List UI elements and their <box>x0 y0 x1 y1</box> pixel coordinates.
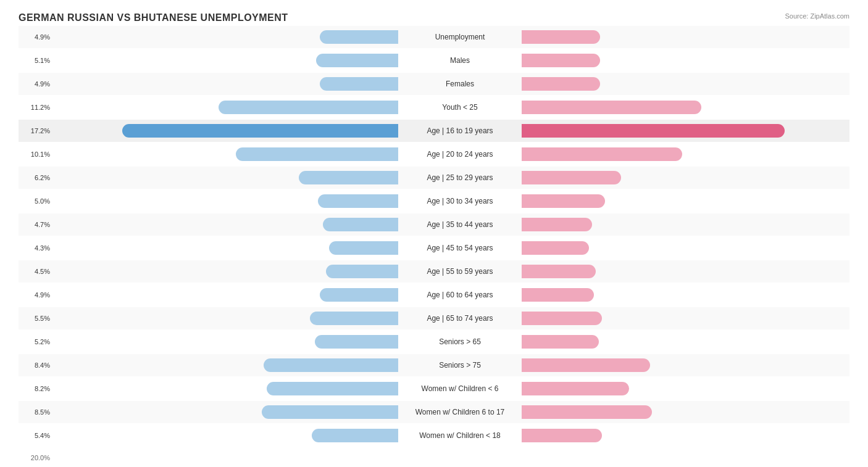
row-label: Women w/ Children < 6 <box>398 384 522 393</box>
right-bar-area <box>522 147 867 161</box>
right-bar-area <box>522 265 867 278</box>
chart-title: GERMAN RUSSIAN VS BHUTANESE UNEMPLOYMENT <box>19 12 288 23</box>
right-bar-area <box>522 335 867 349</box>
right-bar <box>522 171 621 184</box>
left-bar-area <box>52 429 398 442</box>
left-bar-area <box>52 382 398 395</box>
right-bar <box>522 54 600 67</box>
row-label: Youth < 25 <box>398 103 522 112</box>
right-bar <box>522 30 600 44</box>
left-value: 4.5% <box>19 268 52 275</box>
left-bar-area <box>52 288 398 302</box>
left-value: 5.1% <box>19 57 52 64</box>
right-bar-area <box>522 382 867 395</box>
chart-row: 10.1% Age | 20 to 24 years 10.0% <box>19 143 849 165</box>
chart-row: 4.5% Age | 55 to 59 years 4.6% <box>19 260 849 283</box>
left-value: 8.4% <box>19 362 52 369</box>
right-bar <box>522 147 682 161</box>
chart-row: 8.4% Seniors > 75 8.0% <box>19 354 849 376</box>
left-value: 4.7% <box>19 221 52 228</box>
left-bar-area <box>52 312 398 325</box>
row-label: Females <box>398 80 522 88</box>
right-bar <box>522 335 599 349</box>
left-bar <box>236 147 398 161</box>
right-bar <box>522 312 602 325</box>
right-bar-area <box>522 358 867 372</box>
left-bar-area <box>52 124 398 138</box>
row-label: Age | 55 to 59 years <box>398 267 522 276</box>
left-value: 4.9% <box>19 80 52 88</box>
axis-left-label: 20.0% <box>19 454 52 461</box>
right-bar <box>522 241 589 255</box>
right-bar-area <box>522 101 867 114</box>
chart-row: 8.2% Women w/ Children < 6 6.7% <box>19 378 849 400</box>
right-bar-area <box>522 429 867 442</box>
left-bar <box>122 124 398 138</box>
right-bar-area <box>522 30 867 44</box>
source-line: Source: ZipAtlas.com <box>785 12 849 20</box>
left-bar-area <box>52 194 398 208</box>
chart-row: 4.9% Females 4.9% <box>19 73 849 95</box>
right-bar <box>522 77 600 91</box>
left-value: 4.9% <box>19 33 52 41</box>
chart-row: 8.5% Women w/ Children 6 to 17 8.1% <box>19 401 849 423</box>
right-bar-area <box>522 54 867 67</box>
right-bar <box>522 194 605 208</box>
left-bar <box>312 429 398 442</box>
chart-row: 11.2% Youth < 25 11.2% <box>19 96 849 118</box>
left-bar <box>315 335 398 349</box>
row-label: Age | 30 to 34 years <box>398 197 522 205</box>
left-bar-area <box>52 358 398 372</box>
right-bar <box>522 101 701 114</box>
left-bar <box>316 54 398 67</box>
left-bar-area <box>52 147 398 161</box>
left-bar-area <box>52 101 398 114</box>
chart-row: 5.2% Seniors > 65 4.8% <box>19 331 849 353</box>
left-bar <box>329 241 398 255</box>
left-value: 5.4% <box>19 432 52 439</box>
row-label: Age | 25 to 29 years <box>398 173 522 182</box>
left-bar <box>219 101 398 114</box>
left-bar <box>320 30 398 44</box>
left-bar-area <box>52 54 398 67</box>
right-bar <box>522 124 785 138</box>
chart-row: 17.2% Age | 16 to 19 years 16.4% <box>19 120 849 142</box>
chart-row: 5.1% Males 4.9% <box>19 49 849 72</box>
left-value: 4.9% <box>19 291 52 299</box>
left-bar-area <box>52 171 398 184</box>
right-bar <box>522 405 652 419</box>
chart-row: 4.9% Age | 60 to 64 years 4.5% <box>19 284 849 306</box>
chart-row: 5.0% Age | 30 to 34 years 5.2% <box>19 190 849 212</box>
left-value: 6.2% <box>19 174 52 181</box>
row-label: Unemployment <box>398 33 522 41</box>
left-bar <box>326 265 398 278</box>
right-bar-area <box>522 77 867 91</box>
left-bar <box>262 405 398 419</box>
left-value: 11.2% <box>19 104 52 111</box>
row-label: Age | 60 to 64 years <box>398 291 522 299</box>
left-bar <box>320 288 398 302</box>
right-bar-area <box>522 124 867 138</box>
left-value: 5.0% <box>19 197 52 205</box>
right-bar <box>522 218 592 231</box>
left-value: 17.2% <box>19 127 52 134</box>
right-bar <box>522 265 596 278</box>
row-label: Women w/ Children < 18 <box>398 431 522 440</box>
right-bar-area <box>522 194 867 208</box>
right-bar <box>522 288 594 302</box>
right-bar-area <box>522 171 867 184</box>
left-bar-area <box>52 405 398 419</box>
left-value: 8.2% <box>19 385 52 392</box>
left-bar <box>320 77 398 91</box>
row-label: Males <box>398 56 522 65</box>
left-bar-area <box>52 241 398 255</box>
left-value: 5.2% <box>19 338 52 345</box>
left-value: 8.5% <box>19 408 52 416</box>
chart-row: 5.5% Age | 65 to 74 years 5.0% <box>19 307 849 329</box>
left-bar <box>310 312 398 325</box>
axis-row: 20.0% 20.0% <box>19 449 849 466</box>
right-bar <box>522 358 650 372</box>
chart-row: 6.2% Age | 25 to 29 years 6.2% <box>19 167 849 189</box>
left-value: 10.1% <box>19 151 52 158</box>
chart-row: 4.3% Age | 45 to 54 years 4.2% <box>19 237 849 259</box>
